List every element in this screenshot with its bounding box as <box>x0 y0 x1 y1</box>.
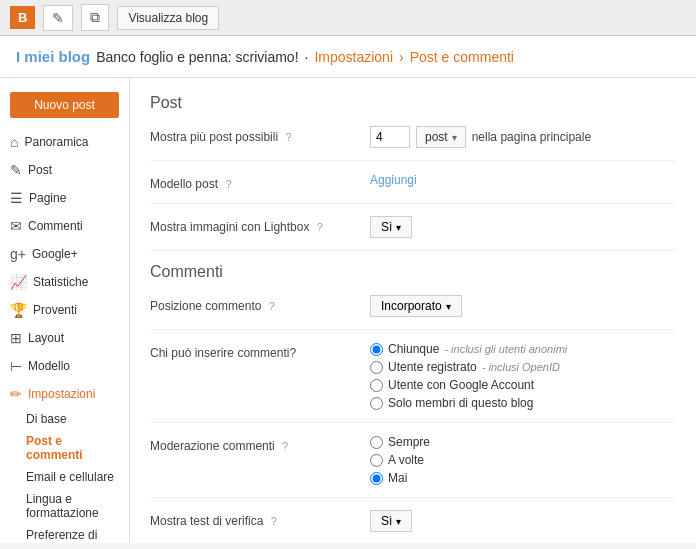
sidebar-label-proventi: Proventi <box>33 303 77 317</box>
sidebar-item-proventi[interactable]: 🏆 Proventi <box>0 296 129 324</box>
form-row-modello-post: Modello post ? Aggiungi <box>150 173 676 204</box>
help-lightbox: ? <box>317 221 323 233</box>
sidebar-sub-post-commenti[interactable]: Post e commenti <box>0 430 129 466</box>
breadcrumb-blog-title: Banco foglio e penna: scriviamo! <box>96 49 298 65</box>
test-verifica-dropdown[interactable]: Sì <box>370 510 412 532</box>
control-test-verifica: Sì <box>370 510 412 532</box>
commenti-section-title: Commenti <box>150 263 676 281</box>
main-layout: Nuovo post ⌂ Panoramica ✎ Post ☰ Pagine … <box>0 78 696 543</box>
breadcrumb-current: Post e commenti <box>410 49 514 65</box>
radio-google-input[interactable] <box>370 379 383 392</box>
radio-chiunque-input[interactable] <box>370 343 383 356</box>
form-row-posizione: Posizione commento ? Incorporato <box>150 295 676 330</box>
layout-icon: ⊞ <box>10 330 22 346</box>
googleplus-icon: g+ <box>10 246 26 262</box>
sidebar-label-googleplus: Google+ <box>32 247 78 261</box>
lightbox-dropdown[interactable]: Sì <box>370 216 412 238</box>
post-section-title: Post <box>150 94 676 112</box>
sidebar-label-post: Post <box>28 163 52 177</box>
breadcrumb-impostazioni[interactable]: Impostazioni <box>314 49 393 65</box>
sidebar-item-impostazioni[interactable]: ✏ Impostazioni <box>0 380 129 408</box>
form-row-lightbox: Mostra immagini con Lightbox ? Sì <box>150 216 676 251</box>
visualizza-blog-button[interactable]: Visualizza blog <box>117 6 219 30</box>
form-row-moderazione: Moderazione commenti ? Sempre A volte M <box>150 435 676 498</box>
label-mostra-piu: Mostra più post possibili ? <box>150 126 370 144</box>
new-post-button[interactable]: Nuovo post <box>10 92 119 118</box>
aggiungi-link[interactable]: Aggiungi <box>370 173 417 187</box>
sidebar-item-statistiche[interactable]: 📈 Statistiche <box>0 268 129 296</box>
radio-a-volte[interactable]: A volte <box>370 453 430 467</box>
sidebar-item-panoramica[interactable]: ⌂ Panoramica <box>0 128 129 156</box>
control-chi-puo: Chiunque - inclusi gli utenti anonimi Ut… <box>370 342 567 410</box>
sidebar-sub-dibase[interactable]: Di base <box>0 408 129 430</box>
breadcrumb-dot: · <box>305 49 309 65</box>
sidebar-label-impostazioni: Impostazioni <box>28 387 95 401</box>
sidebar-item-modello[interactable]: ⊢ Modello <box>0 352 129 380</box>
breadcrumb-arrow: › <box>399 49 404 65</box>
help-mostra-piu: ? <box>285 131 291 143</box>
statistiche-icon: 📈 <box>10 274 27 290</box>
sidebar-label-panoramica: Panoramica <box>24 135 88 149</box>
label-test-verifica: Mostra test di verifica ? <box>150 510 370 528</box>
top-bar: B ✎ ⧉ Visualizza blog <box>0 0 696 36</box>
edit-icon-button[interactable]: ✎ <box>43 5 73 31</box>
proventi-icon: 🏆 <box>10 302 27 318</box>
radio-registrato-input[interactable] <box>370 361 383 374</box>
radio-sempre[interactable]: Sempre <box>370 435 430 449</box>
post-unit-dropdown[interactable]: post <box>416 126 466 148</box>
radio-google-account[interactable]: Utente con Google Account <box>370 378 567 392</box>
label-posizione: Posizione commento ? <box>150 295 370 313</box>
blogger-button[interactable]: B <box>10 6 35 29</box>
control-moderazione: Sempre A volte Mai <box>370 435 430 485</box>
commenti-icon: ✉ <box>10 218 22 234</box>
sidebar-label-commenti: Commenti <box>28 219 83 233</box>
post-suffix: nella pagina principale <box>472 130 591 144</box>
form-row-mostra-piu: Mostra più post possibili ? post nella p… <box>150 126 676 161</box>
label-modello-post: Modello post ? <box>150 173 370 191</box>
impostazioni-icon: ✏ <box>10 386 22 402</box>
sidebar-item-post[interactable]: ✎ Post <box>0 156 129 184</box>
radio-solo-membri[interactable]: Solo membri di questo blog <box>370 396 567 410</box>
content-area: Post Mostra più post possibili ? post ne… <box>130 78 696 543</box>
breadcrumb: I miei blog Banco foglio e penna: scrivi… <box>0 36 696 78</box>
label-lightbox: Mostra immagini con Lightbox ? <box>150 216 370 234</box>
radio-avolte-input[interactable] <box>370 454 383 467</box>
help-test-verifica: ? <box>271 515 277 527</box>
radio-utente-registrato[interactable]: Utente registrato - inclusi OpenID <box>370 360 567 374</box>
radio-sempre-input[interactable] <box>370 436 383 449</box>
control-lightbox: Sì <box>370 216 412 238</box>
sidebar: Nuovo post ⌂ Panoramica ✎ Post ☰ Pagine … <box>0 78 130 543</box>
radio-membri-input[interactable] <box>370 397 383 410</box>
control-posizione: Incorporato <box>370 295 462 317</box>
sidebar-sub-lingua[interactable]: Lingua e formattazione <box>0 488 129 524</box>
chi-puo-radio-group: Chiunque - inclusi gli utenti anonimi Ut… <box>370 342 567 410</box>
radio-chiunque[interactable]: Chiunque - inclusi gli utenti anonimi <box>370 342 567 356</box>
sidebar-label-statistiche: Statistiche <box>33 275 88 289</box>
label-chi-puo: Chi può inserire commenti? <box>150 342 370 360</box>
help-modello-post: ? <box>225 178 231 190</box>
control-modello-post: Aggiungi <box>370 173 417 187</box>
control-mostra-piu: post nella pagina principale <box>370 126 591 148</box>
radio-mai[interactable]: Mai <box>370 471 430 485</box>
help-moderazione: ? <box>282 440 288 452</box>
sidebar-sub-preferenze[interactable]: Preferenze di ricerca <box>0 524 129 543</box>
copy-icon-button[interactable]: ⧉ <box>81 4 109 31</box>
sidebar-item-pagine[interactable]: ☰ Pagine <box>0 184 129 212</box>
breadcrumb-blog-link[interactable]: I miei blog <box>16 48 90 65</box>
help-posizione: ? <box>269 300 275 312</box>
sidebar-label-modello: Modello <box>28 359 70 373</box>
label-moderazione: Moderazione commenti ? <box>150 435 370 453</box>
sidebar-label-layout: Layout <box>28 331 64 345</box>
sidebar-item-googleplus[interactable]: g+ Google+ <box>0 240 129 268</box>
radio-mai-input[interactable] <box>370 472 383 485</box>
posizione-dropdown[interactable]: Incorporato <box>370 295 462 317</box>
post-icon: ✎ <box>10 162 22 178</box>
sidebar-item-commenti[interactable]: ✉ Commenti <box>0 212 129 240</box>
sidebar-item-layout[interactable]: ⊞ Layout <box>0 324 129 352</box>
sidebar-sub-email[interactable]: Email e cellulare <box>0 466 129 488</box>
post-count-input[interactable] <box>370 126 410 148</box>
moderazione-radio-group: Sempre A volte Mai <box>370 435 430 485</box>
sidebar-label-pagine: Pagine <box>29 191 66 205</box>
form-row-test-verifica: Mostra test di verifica ? Sì <box>150 510 676 543</box>
form-row-chi-puo: Chi può inserire commenti? Chiunque - in… <box>150 342 676 423</box>
